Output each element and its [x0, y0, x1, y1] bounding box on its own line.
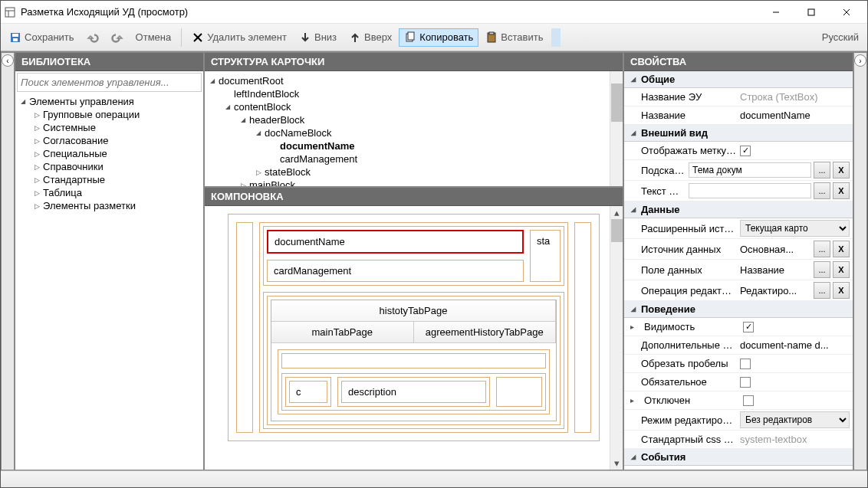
lib-group-1[interactable]: Системные [32, 121, 200, 134]
struct-left-indent[interactable]: leftIndentBlock [223, 87, 620, 100]
layout-tabs[interactable]: histotyTabPage mainTabPage agreementHist… [271, 300, 557, 421]
struct-header[interactable]: headerBlock [238, 113, 620, 126]
layout-left-indent[interactable] [236, 222, 253, 433]
expand-icon[interactable] [238, 116, 248, 123]
right-collapse[interactable]: › [853, 52, 867, 470]
more-button[interactable]: ... [814, 182, 830, 199]
expand-icon[interactable] [32, 189, 41, 197]
more-button[interactable]: ... [814, 162, 830, 178]
props-section-appearance[interactable]: Внешний вид [624, 125, 853, 142]
expand-icon[interactable] [629, 76, 638, 83]
expand-icon[interactable] [18, 98, 28, 105]
expand-icon[interactable] [223, 103, 232, 110]
checkbox[interactable] [743, 395, 754, 406]
struct-docname-block[interactable]: docNameBlock [254, 126, 620, 139]
clear-button[interactable]: X [833, 241, 850, 257]
expand-icon[interactable] [32, 150, 41, 158]
lib-group-6[interactable]: Таблица [32, 186, 200, 199]
language-button[interactable]: Русский [817, 28, 864, 46]
close-button[interactable] [829, 1, 864, 24]
undo-button[interactable] [81, 28, 104, 47]
layout-row2[interactable]: c description [281, 373, 546, 411]
lib-group-5[interactable]: Стандартные [32, 173, 200, 186]
layout-tab-main[interactable]: mainTabPage [271, 322, 414, 342]
layout-col-c-outer[interactable]: c [285, 377, 331, 407]
clear-button[interactable]: X [833, 182, 850, 199]
expand-icon[interactable] [629, 206, 638, 213]
expand-icon[interactable] [32, 163, 41, 171]
expand-icon[interactable] [32, 124, 41, 132]
minimize-button[interactable] [758, 1, 794, 24]
clear-button[interactable]: X [833, 282, 850, 299]
props-section-events[interactable]: События [624, 449, 853, 466]
layout-tab-histoty[interactable]: histotyTabPage [271, 300, 556, 321]
layout-col-description[interactable]: description [341, 381, 486, 403]
expand-icon[interactable] [32, 202, 41, 210]
expand-icon[interactable] [32, 111, 41, 119]
layout-cardmanagement[interactable]: cardManagement [267, 260, 524, 282]
expand-icon[interactable] [32, 137, 41, 145]
paste-button[interactable]: Вставить [480, 28, 548, 47]
layout-tabs-wrapper[interactable]: histotyTabPage mainTabPage agreementHist… [267, 296, 561, 425]
expand-icon[interactable] [254, 169, 263, 176]
copy-button[interactable]: Копировать [399, 28, 478, 47]
cancel-button[interactable]: Отмена [130, 28, 177, 46]
layout-tab-inner[interactable]: c description [278, 349, 550, 414]
struct-cardmanagement[interactable]: cardManagement [269, 152, 620, 165]
layout-scrollbar[interactable]: ▴ ▾ [610, 206, 623, 470]
more-button[interactable]: ... [814, 241, 830, 257]
more-button[interactable]: ... [814, 282, 830, 299]
layout-documentname[interactable]: documentName [267, 230, 524, 254]
expand-icon[interactable] [208, 77, 217, 84]
up-button[interactable]: Вверх [344, 28, 397, 47]
checkbox[interactable]: ✓ [743, 322, 754, 332]
layout-main-block[interactable]: histotyTabPage mainTabPage agreementHist… [263, 292, 564, 429]
library-search-input[interactable] [17, 73, 202, 92]
lib-group-7[interactable]: Элементы разметки [32, 199, 200, 212]
extended-select[interactable]: Текущая карто [740, 220, 850, 237]
expand-icon[interactable] [238, 182, 248, 187]
layout-right-indent[interactable] [574, 222, 591, 433]
lib-group-4[interactable]: Справочники [32, 160, 200, 173]
props-section-behavior[interactable]: Поведение [624, 301, 853, 318]
delete-button[interactable]: Удалить элемент [186, 28, 292, 47]
checkbox[interactable] [740, 377, 751, 388]
layout-col-desc-outer[interactable]: description [337, 377, 490, 407]
struct-root[interactable]: documentRoot [208, 74, 620, 87]
expand-icon[interactable] [629, 306, 638, 313]
expand-icon[interactable] [32, 176, 41, 184]
layout-content[interactable]: documentName cardManagement sta histotyT… [259, 222, 568, 433]
lib-group-0[interactable]: Групповые операции [32, 108, 200, 121]
layout-row1[interactable] [281, 353, 546, 368]
maximize-button[interactable] [794, 1, 829, 24]
clear-button[interactable]: X [833, 162, 850, 178]
expand-icon[interactable] [254, 129, 263, 136]
struct-content[interactable]: contentBlock [223, 100, 620, 113]
layout-col-c[interactable]: c [289, 381, 327, 403]
layout-canvas[interactable]: documentName cardManagement sta histotyT… [205, 206, 623, 470]
struct-documentname[interactable]: documentName [269, 139, 620, 152]
props-section-data[interactable]: Данные [624, 201, 853, 218]
checkbox[interactable]: ✓ [740, 146, 751, 156]
more-button[interactable]: ... [814, 261, 830, 278]
hint-input[interactable] [689, 162, 811, 178]
left-collapse[interactable]: ‹ [1, 52, 15, 470]
labeltext-input[interactable] [689, 183, 811, 198]
down-button[interactable]: Вниз [294, 28, 342, 47]
layout-tab-agreement[interactable]: agreementHistoryTabPage [414, 322, 557, 342]
expand-icon[interactable] [627, 396, 636, 404]
expand-icon[interactable] [629, 129, 638, 136]
props-section-general[interactable]: Общие [624, 71, 853, 88]
layout-col-right[interactable] [496, 377, 542, 407]
redo-button[interactable] [106, 28, 129, 47]
library-root-node[interactable]: Элементы управления [18, 95, 200, 108]
checkbox[interactable] [740, 359, 751, 369]
lib-group-2[interactable]: Согласование [32, 134, 200, 147]
expand-icon[interactable] [629, 454, 638, 460]
layout-header-block[interactable]: documentName cardManagement sta [263, 226, 564, 286]
save-button[interactable]: Сохранить [4, 28, 80, 47]
expand-icon[interactable] [627, 323, 636, 331]
lib-group-3[interactable]: Специальные [32, 147, 200, 160]
layout-state[interactable]: sta [530, 230, 561, 282]
structure-scrollbar[interactable] [610, 71, 623, 186]
